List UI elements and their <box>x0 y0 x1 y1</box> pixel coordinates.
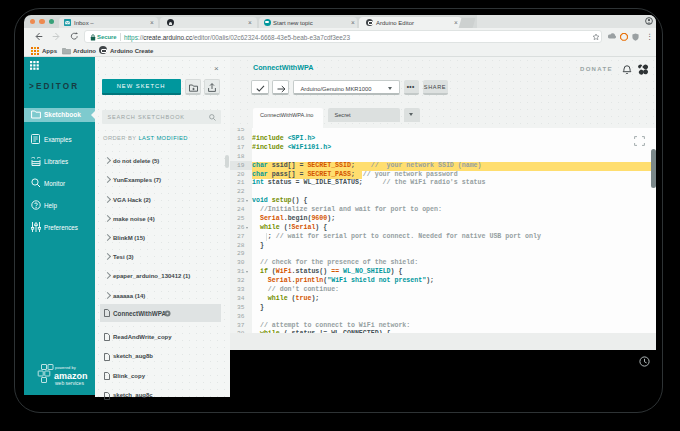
svg-text:web services: web services <box>55 380 84 386</box>
svg-text:powered by: powered by <box>55 365 76 370</box>
